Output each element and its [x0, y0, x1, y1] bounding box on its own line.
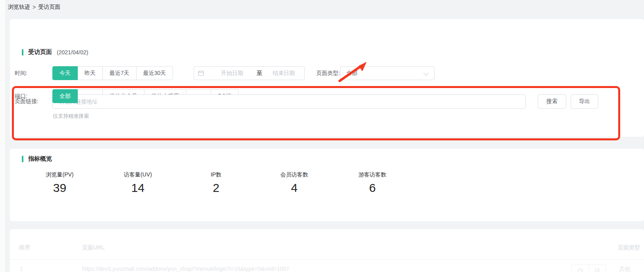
- page-type-selected-value: 全部: [346, 70, 358, 77]
- metric-value: 2: [213, 181, 219, 195]
- time-option-last30days[interactable]: 最近30天: [136, 66, 173, 80]
- end-date-placeholder[interactable]: 结束日期: [273, 70, 295, 77]
- metric-label: 访客量(UV): [124, 171, 152, 178]
- page-title: 受访页面: [28, 48, 52, 56]
- metric-label: IP数: [211, 171, 221, 178]
- port-option-all[interactable]: 全部: [52, 89, 78, 103]
- filter-card-title: 受访页面 (2021/04/02): [22, 48, 88, 56]
- document-icon[interactable]: [588, 264, 606, 272]
- date-range-separator: 至: [257, 70, 262, 77]
- page-type-select[interactable]: 全部: [340, 66, 434, 80]
- metrics-card-title: 指标概览: [22, 155, 52, 163]
- export-button[interactable]: 导出: [571, 94, 598, 109]
- breadcrumb-separator: >: [33, 4, 36, 10]
- time-filter-row: 时间: 今天 昨天 最近7天 最近30天 开始日期 至 结束日: [10, 66, 644, 80]
- title-date: (2021/04/02): [57, 49, 88, 56]
- metric-label: 会员访客数: [281, 171, 308, 178]
- table-header-divider: [10, 259, 644, 260]
- time-option-yesterday[interactable]: 昨天: [77, 66, 103, 80]
- start-date-placeholder[interactable]: 开始日期: [221, 70, 243, 77]
- page: 浏览轨迹 > 受访页面 受访页面 (2021/04/02) 时间: 今天 昨天 …: [0, 0, 644, 272]
- column-header-rank: 排序: [19, 244, 30, 251]
- metric-label: 浏览量(PV): [46, 171, 74, 178]
- left-gutter: [0, 0, 5, 272]
- cell-page-type: 其他: [619, 266, 630, 272]
- breadcrumb: 浏览轨迹 > 受访页面: [8, 4, 60, 11]
- page-type-label: 页面类型:: [316, 66, 340, 80]
- page-link-label: 页面链接:: [15, 94, 51, 109]
- metric-label: 游客访客数: [359, 171, 386, 178]
- chevron-down-icon: [423, 71, 429, 76]
- section-accent-bar: [22, 156, 23, 162]
- metric-pv: 浏览量(PV) 39: [21, 171, 99, 195]
- page-link-row: 页面链接: 搜索 导出 仅支持精准搜索: [10, 94, 644, 122]
- metric-value: 6: [369, 181, 376, 195]
- copy-icon[interactable]: [571, 264, 589, 272]
- metric-value: 39: [53, 181, 66, 195]
- metrics-card: 指标概览 浏览量(PV) 39 访客量(UV) 14 IP数 2 会员访客数 4…: [10, 149, 644, 221]
- time-button-group: 今天 昨天 最近7天 最近30天: [52, 66, 173, 80]
- metrics-title: 指标概览: [28, 155, 52, 163]
- metric-value: 14: [131, 181, 144, 195]
- cell-rank: 1: [20, 266, 23, 272]
- column-header-url: 页面URL: [82, 244, 105, 251]
- breadcrumb-item-browse-track[interactable]: 浏览轨迹: [8, 4, 30, 11]
- column-header-page-type: 页面类型: [618, 244, 640, 251]
- time-label: 时间:: [15, 66, 51, 80]
- metric-value: 4: [291, 181, 298, 195]
- metric-member-visitors: 会员访客数 4: [255, 171, 333, 195]
- page-table-card: 排序 页面URL 页面类型 1 https://dev3.yunzmall.co…: [10, 229, 644, 272]
- metrics-row: 浏览量(PV) 39 访客量(UV) 14 IP数 2 会员访客数 4 游客访客…: [21, 171, 411, 195]
- time-option-last7days[interactable]: 最近7天: [102, 66, 136, 80]
- search-button[interactable]: 搜索: [538, 94, 566, 109]
- time-option-today[interactable]: 今天: [52, 66, 78, 80]
- cell-url: https://dev3.yunzmall.com/addons/yun_sho…: [82, 266, 289, 272]
- calendar-icon: [198, 70, 204, 76]
- metric-guest-visitors: 游客访客数 6: [333, 171, 411, 195]
- date-range-picker[interactable]: 开始日期 至 结束日期: [194, 66, 305, 80]
- breadcrumb-item-visited-pages: 受访页面: [38, 4, 60, 11]
- metric-ip: IP数 2: [177, 171, 255, 195]
- search-hint: 仅支持精准搜索: [53, 113, 89, 120]
- row-action-buttons: [571, 264, 606, 272]
- metric-uv: 访客量(UV) 14: [99, 171, 177, 195]
- filter-card: 受访页面 (2021/04/02) 时间: 今天 昨天 最近7天 最近30天: [10, 19, 644, 137]
- section-accent-bar: [22, 49, 23, 56]
- page-link-input[interactable]: [52, 94, 526, 109]
